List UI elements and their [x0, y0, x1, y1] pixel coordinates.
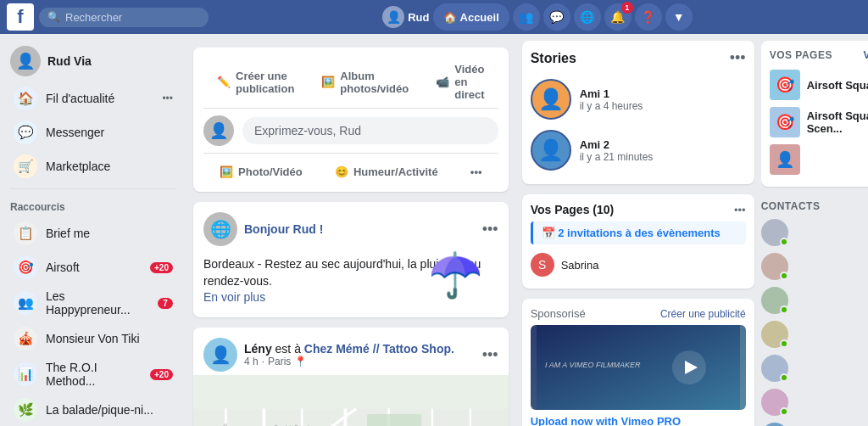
fil-actualite-icon: 🏠 [14, 87, 37, 110]
tab-album-photos[interactable]: 🖼️ Album photos/vidéo [308, 56, 422, 108]
sidebar-item-airsoft[interactable]: 🎯 Airsoft +20 [3, 250, 183, 284]
story-time-1: il y a 4 heures [580, 100, 643, 112]
creer-pub-link[interactable]: Créer une publicité [660, 308, 746, 320]
notifications-icon-btn[interactable]: 🔔 1 [604, 3, 632, 31]
ad-title[interactable]: Upload now with Vimeo PRO [531, 415, 746, 426]
post-location-link[interactable]: Chez Mémé // Tattoo Shop. [304, 342, 454, 356]
post-author-name-leny: Lény est à Chez Mémé // Tattoo Shop. [244, 342, 476, 356]
contact-item-5[interactable] [761, 351, 868, 385]
create-post-input[interactable]: Exprimez-vous, Rud [242, 117, 498, 144]
contact-item-7[interactable] [761, 419, 868, 426]
home-icon: 🏠 [443, 11, 457, 24]
accueil-button[interactable]: 🏠 Accueil [433, 3, 509, 31]
sidebar-item-roi-method[interactable]: 📊 The R.O.I Method... +20 [3, 356, 183, 393]
voir-tout-link[interactable]: VOIR TOUT [864, 49, 868, 61]
contact-online-6 [780, 407, 788, 416]
map-svg: Rue de la Roquette Boulevard Voltaire Ru… [193, 375, 509, 426]
contacts-panel: CONTACTS [761, 197, 868, 426]
globe-icon-btn[interactable]: 🌐 [574, 3, 601, 31]
sidebar-item-messenger[interactable]: 💬 Messenger [3, 115, 183, 149]
sidebar-item-label: Brief me [46, 227, 173, 240]
sidebar-item-marketplace[interactable]: 🛒 Marketplace [3, 149, 183, 183]
contact-online-3 [780, 305, 788, 314]
post-options-leny[interactable]: ••• [482, 346, 498, 364]
contact-item-2[interactable] [761, 249, 868, 283]
sponsorise-panel: Sponsorisé Créer une publicité I AM A VI… [522, 299, 754, 426]
post-meta-leny: 4 h · Paris 📍 [244, 356, 476, 367]
post-avatar-leny: 👤 [203, 338, 237, 372]
airsoft-badge: +20 [150, 262, 173, 273]
sidebar-item-label: Fil d'actualité [46, 92, 153, 105]
tab-video-direct[interactable]: 📹 Vidéo en direct [422, 56, 498, 108]
sponsorise-header: Sponsorisé Créer une publicité [531, 307, 746, 320]
nav-username: Rud [408, 11, 429, 24]
photo-video-icon: 🖼️ [220, 165, 233, 178]
tab-creer-publication[interactable]: ✏️ Créer une publication [203, 56, 308, 108]
story-avatar-wrap: 👤 [531, 79, 571, 120]
story-avatar-1: 👤 [531, 79, 571, 120]
brief-me-icon: 📋 [14, 221, 37, 245]
sabrina-item[interactable]: S Sabrina [531, 249, 746, 280]
contact-item-4[interactable] [761, 317, 868, 351]
events-banner[interactable]: 📅 2 invitations à des évènements [531, 221, 746, 244]
sidebar-profile[interactable]: 👤 Rud Via [0, 41, 186, 81]
search-bar[interactable]: 🔍 [39, 8, 209, 27]
post-avatar: 🌐 [203, 212, 237, 246]
friends-icon-btn[interactable]: 👥 [513, 3, 540, 31]
contact-avatar-1 [761, 219, 788, 246]
page-item-airsoft-scen[interactable]: 🎯 Airsoft Squared Scen... +5 [770, 104, 868, 141]
page-item-airsoft-squared[interactable]: 🎯 Airsoft Squared +5 [770, 66, 868, 104]
more-icon: ••• [470, 165, 482, 178]
vos-pages-title: VOS PAGES [770, 49, 832, 61]
sidebar-item-happypreneur[interactable]: 👥 Les Happypreneur... 7 [3, 284, 183, 322]
right-column: Stories ••• 👤 Ami 1 il y a 4 heures 👤 Am… [515, 34, 761, 426]
story-avatar-2: 👤 [531, 130, 571, 171]
video-icon: 📹 [436, 76, 449, 88]
story-item-1[interactable]: 👤 Ami 1 il y a 4 heures [531, 74, 746, 125]
story-item-2[interactable]: 👤 Ami 2 il y a 21 minutes [531, 125, 746, 176]
vos-pages-events-panel: Vos Pages (10) ••• 📅 2 invitations à des… [522, 194, 754, 289]
sidebar-item-brief-me[interactable]: 📋 Brief me [3, 216, 183, 250]
story-info-1: Ami 1 il y a 4 heures [580, 87, 643, 112]
contact-avatar-6 [761, 389, 788, 416]
action-photo-video[interactable]: 🖼️ Photo/Vidéo [211, 160, 311, 183]
stories-options[interactable]: ••• [730, 49, 746, 67]
post-author-info-leny: Lény est à Chez Mémé // Tattoo Shop. 4 h… [244, 342, 476, 367]
ad-image-svg: I AM A VIMEO FILMMAKER [531, 325, 746, 410]
search-icon: 🔍 [47, 11, 60, 23]
post-leny: 👤 Lény est à Chez Mémé // Tattoo Shop. 4… [193, 328, 509, 426]
help-icon-btn[interactable]: ❓ [635, 3, 662, 31]
action-more[interactable]: ••• [462, 160, 491, 183]
sidebar-item-label: Marketplace [46, 160, 173, 173]
marketplace-icon: 🛒 [14, 154, 37, 178]
stories-title: Stories [531, 51, 576, 66]
post-see-more-link[interactable]: En voir plus [203, 290, 265, 304]
post-author-link[interactable]: Bonjour Rud ! [244, 222, 323, 236]
dropdown-icon-btn[interactable]: ▼ [665, 3, 693, 31]
roi-badge: +20 [150, 369, 173, 380]
contact-item-3[interactable] [761, 283, 868, 317]
messenger-icon-btn[interactable]: 💬 [543, 3, 570, 31]
pages-options[interactable]: ••• [734, 204, 746, 216]
contact-item-6[interactable] [761, 385, 868, 419]
sidebar-item-fil-actualite[interactable]: 🏠 Fil d'actualité ••• [3, 81, 183, 115]
profile-avatar: 👤 [10, 46, 41, 76]
post-weather: 🌐 Bonjour Rud ! ••• Bordeaux - Restez au… [193, 202, 509, 317]
story-info-2: Ami 2 il y a 21 minutes [580, 138, 654, 163]
page-avatar-3: 👤 [770, 144, 800, 175]
contact-item-1[interactable] [761, 216, 868, 249]
action-humeur-activite[interactable]: 😊 Humeur/Activité [326, 160, 447, 183]
fil-options: ••• [162, 92, 173, 104]
sidebar-item-monsieur-von-tiki[interactable]: 🎪 Monsieur Von Tiki [3, 322, 183, 356]
calendar-icon: 📅 [542, 227, 555, 239]
post-options[interactable]: ••• [482, 221, 498, 238]
nav-user[interactable]: 👤 Rud [382, 3, 429, 31]
page-item-3[interactable]: 👤 9 [770, 141, 868, 178]
sidebar-item-balade-pique[interactable]: 🌿 La balade/pique-ni... [3, 393, 183, 426]
contact-avatar-2 [761, 253, 788, 280]
stories-panel: Stories ••• 👤 Ami 1 il y a 4 heures 👤 Am… [522, 41, 754, 184]
notif-badge: 1 [621, 2, 633, 14]
contact-online-4 [780, 339, 788, 348]
search-input[interactable] [65, 11, 200, 24]
post-body: Bordeaux - Restez au sec aujourd'hui, la… [193, 249, 509, 317]
